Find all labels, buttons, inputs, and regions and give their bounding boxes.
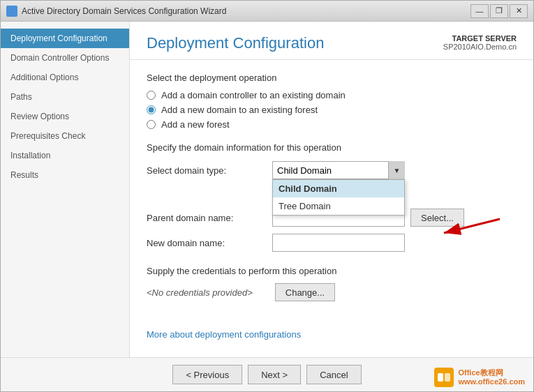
close-button[interactable]: ✕ [510, 4, 528, 18]
window-title: Active Directory Domain Services Configu… [22, 6, 226, 16]
svg-rect-2 [434, 368, 454, 387]
domain-type-control: Child Domain ▼ Child Domain Tree Domain [272, 161, 405, 179]
minimize-button[interactable]: — [470, 4, 489, 18]
cancel-button[interactable]: Cancel [306, 365, 361, 384]
credentials-title: Supply the credentials to perform this o… [147, 266, 517, 276]
domain-info-title: Specify the domain information for this … [147, 142, 517, 153]
watermark-text: Office教程网 www.office26.com [458, 368, 525, 386]
new-domain-row: New domain name: [147, 234, 517, 252]
radio-add-domain-label: Add a new domain to an existing forest [161, 105, 318, 115]
deployment-section-title: Select the deployment operation [147, 73, 517, 83]
domain-type-dropdown-menu: Child Domain Tree Domain [272, 179, 405, 216]
radio-add-forest[interactable] [147, 120, 156, 129]
sidebar-item-deployment-configuration[interactable]: Deployment Configuration [1, 29, 129, 48]
main-window: Active Directory Domain Services Configu… [0, 0, 534, 392]
domain-type-dropdown-wrapper: Child Domain ▼ Child Domain Tree Domain [272, 161, 405, 179]
main-content: Deployment Configuration TARGET SERVER S… [130, 22, 533, 357]
next-button[interactable]: Next > [248, 365, 301, 384]
deployment-radio-group: Add a domain controller to an existing d… [147, 90, 517, 130]
radio-add-forest-label: Add a new forest [161, 119, 230, 130]
previous-button[interactable]: < Previous [172, 365, 242, 384]
new-domain-label: New domain name: [147, 238, 272, 248]
radio-add-dc-label: Add a domain controller to an existing d… [161, 90, 346, 100]
sidebar-item-domain-controller-options[interactable]: Domain Controller Options [1, 48, 129, 68]
select-button[interactable]: Select... [410, 209, 464, 227]
dropdown-option-child-domain[interactable]: Child Domain [273, 180, 404, 197]
credentials-section: Supply the credentials to perform this o… [147, 266, 517, 301]
domain-type-row: Select domain type: Child Domain ▼ Child… [147, 161, 517, 179]
title-bar-left: Active Directory Domain Services Configu… [6, 6, 226, 17]
no-credentials-text: <No credentials provided> [147, 287, 253, 298]
title-bar: Active Directory Domain Services Configu… [1, 1, 533, 22]
domain-type-dropdown[interactable]: Child Domain [272, 161, 405, 179]
sidebar-item-installation[interactable]: Installation [1, 146, 129, 165]
sidebar-item-additional-options[interactable]: Additional Options [1, 68, 129, 87]
page-title: Deployment Configuration [147, 34, 324, 52]
main-header: Deployment Configuration TARGET SERVER S… [130, 22, 533, 60]
sidebar-item-review-options[interactable]: Review Options [1, 107, 129, 126]
more-link-container: More about deployment configurations [147, 329, 517, 340]
svg-rect-4 [445, 373, 450, 382]
target-server: TARGET SERVER SP2010AIO.Demo.cn [443, 34, 517, 51]
radio-item-add-domain[interactable]: Add a new domain to an existing forest [147, 105, 517, 115]
app-icon [6, 6, 17, 17]
sidebar-item-paths[interactable]: Paths [1, 87, 129, 107]
radio-add-dc[interactable] [147, 91, 156, 100]
content-area: Deployment Configuration Domain Controll… [1, 22, 533, 357]
more-link[interactable]: More about deployment configurations [147, 329, 301, 340]
new-domain-control [272, 234, 405, 252]
restore-button[interactable]: ❐ [490, 4, 508, 18]
sidebar-item-results[interactable]: Results [1, 165, 129, 185]
svg-rect-3 [438, 373, 443, 382]
credentials-row: <No credentials provided> Change... [147, 283, 517, 301]
parent-domain-label: Parent domain name: [147, 213, 272, 223]
radio-item-add-dc[interactable]: Add a domain controller to an existing d… [147, 90, 517, 100]
domain-type-value: Child Domain [277, 165, 332, 176]
radio-add-domain[interactable] [147, 105, 156, 114]
change-credentials-button[interactable]: Change... [275, 283, 335, 301]
radio-item-add-forest[interactable]: Add a new forest [147, 119, 517, 130]
target-label: TARGET SERVER [443, 34, 517, 43]
sidebar: Deployment Configuration Domain Controll… [1, 22, 130, 357]
title-bar-buttons: — ❐ ✕ [470, 4, 528, 18]
domain-type-label: Select domain type: [147, 165, 272, 176]
footer: < Previous Next > Cancel Office教程网 www.o… [1, 357, 533, 391]
watermark-logo-icon [433, 366, 455, 389]
sidebar-item-prerequisites-check[interactable]: Prerequisites Check [1, 126, 129, 146]
watermark: Office教程网 www.office26.com [433, 366, 525, 389]
target-server-value: SP2010AIO.Demo.cn [443, 43, 517, 51]
main-body: Select the deployment operation Add a do… [130, 60, 533, 357]
dropdown-option-tree-domain[interactable]: Tree Domain [273, 197, 404, 215]
new-domain-input[interactable] [272, 234, 405, 252]
